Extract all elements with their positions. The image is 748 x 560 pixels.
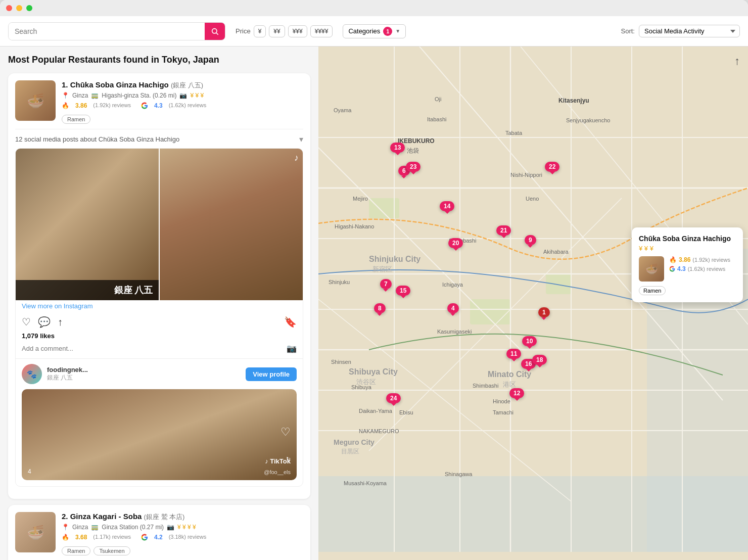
map-marker-24[interactable]: 24 xyxy=(386,393,401,403)
sort-wrapper: Sort: Social Media Activity Rating Dista… xyxy=(621,25,740,37)
map-marker-8[interactable]: 8 xyxy=(374,303,386,313)
popup-restaurant-name: Chūka Soba Ginza Hachigo xyxy=(639,235,736,243)
map-marker-21[interactable]: 21 xyxy=(496,225,511,236)
popup-info: 🍜 🔥 3.86 (1.92k) reviews xyxy=(639,256,736,282)
social-toggle-1[interactable]: 12 social media posts about Chūka Soba G… xyxy=(15,129,303,148)
minimize-btn[interactable] xyxy=(16,5,22,11)
popup-tabelog-reviews: (1.92k) reviews xyxy=(692,257,730,263)
restaurant-name-jp-2: (銀座 鷲 本店) xyxy=(144,513,185,521)
search-button[interactable] xyxy=(205,22,225,40)
user-avatar-1: 🐾 xyxy=(22,364,42,384)
tiktok-share-icon[interactable]: ↻ xyxy=(286,456,291,462)
instagram-post-1: 銀座 八五 ♪ View more on Instagram ♡ 💬 ↑ 🔖 xyxy=(15,148,303,487)
ig-likes-1: 1,079 likes xyxy=(16,332,303,342)
user-info-1: foodingnek... 銀座 八五 xyxy=(47,366,241,382)
maximize-btn[interactable] xyxy=(26,5,32,11)
tabelog-icon-2: 🔥 xyxy=(62,534,69,542)
restaurant-location-2: Ginza xyxy=(72,524,88,531)
map-marker-9[interactable]: 9 xyxy=(525,235,536,245)
instagram-icon: 📷 xyxy=(287,344,297,353)
tiktok-username-1: foodingnek... xyxy=(47,366,241,374)
rest-meta-2: 📍 Ginza 🚃 Ginza Station (0.27 mi) 📷 ¥ ¥ … xyxy=(62,524,303,531)
heart-icon[interactable]: ♡ xyxy=(22,316,31,328)
share-icon[interactable]: ↑ xyxy=(58,316,63,328)
map-panel[interactable]: Shinjuku City 新宿区 Shibuya City 渋谷区 Minat… xyxy=(318,46,748,560)
google-reviews-2: (3.18k) reviews xyxy=(169,534,207,542)
map-marker-15[interactable]: 15 xyxy=(396,286,410,296)
price-btn-3[interactable]: ¥¥¥ xyxy=(288,25,307,37)
chevron-down-icon-1: ▾ xyxy=(299,134,303,144)
tag-ramen-2[interactable]: Ramen xyxy=(62,546,90,555)
map-marker-12[interactable]: 12 xyxy=(509,388,524,398)
map-marker-18[interactable]: 18 xyxy=(532,355,547,365)
left-panel: Most Popular Restaurants found in Tokyo,… xyxy=(0,46,318,560)
rest-tags-1: Ramen xyxy=(62,115,303,124)
restaurant-title-2: Ginza Kagari - Soba xyxy=(70,512,142,521)
compass-icon: ↑ xyxy=(734,55,740,68)
ig-image-left-1: 銀座 八五 xyxy=(16,149,159,300)
popup-google-icon xyxy=(669,266,675,272)
categories-chevron-icon: ▼ xyxy=(395,28,400,34)
ig-comment-input[interactable] xyxy=(22,345,283,352)
map-marker-14[interactable]: 14 xyxy=(440,201,454,211)
tiktok-icon-1: ♪ xyxy=(294,153,299,163)
price-btn-2[interactable]: ¥¥ xyxy=(269,25,285,37)
price-label: Price xyxy=(236,27,251,35)
restaurant-station-2: Ginza Station (0.27 mi) xyxy=(102,524,164,531)
map-marker-20[interactable]: 20 xyxy=(448,238,463,248)
map-marker-7[interactable]: 7 xyxy=(380,279,392,289)
search-input[interactable] xyxy=(9,23,205,40)
tiktok-video-card-1: ♪ TikTok @foo__els 4 ♡ ↻ xyxy=(22,389,297,480)
sort-label: Sort: xyxy=(621,27,635,35)
map-marker-13[interactable]: 13 xyxy=(390,143,405,153)
sort-select[interactable]: Social Media Activity Rating Distance Re… xyxy=(639,25,740,37)
map-marker-10[interactable]: 10 xyxy=(522,336,537,346)
instagram-view-more-link[interactable]: View more on Instagram xyxy=(16,300,303,312)
restaurant-rank-2: 2. xyxy=(62,512,68,521)
rest-info-2: 2. Ginza Kagari - Soba (銀座 鷲 本店) 📍 Ginza… xyxy=(62,512,303,555)
map-marker-11[interactable]: 11 xyxy=(506,349,521,359)
restaurant-card-2: 🍜 2. Ginza Kagari - Soba (銀座 鷲 本店) 📍 Gin… xyxy=(8,505,310,560)
social-section-1: 12 social media posts about Chūka Soba G… xyxy=(15,129,303,487)
ig-image-right-1: ♪ xyxy=(160,149,303,300)
bookmark-icon[interactable]: 🔖 xyxy=(284,316,297,328)
popup-ratings: 🔥 3.86 (1.92k) reviews 4.3 xyxy=(669,256,730,282)
price-btn-4[interactable]: ¥¥¥¥ xyxy=(310,25,333,37)
map-marker-22[interactable]: 22 xyxy=(545,162,559,172)
tag-ramen-1[interactable]: Ramen xyxy=(62,115,90,124)
map-popup: Chūka Soba Ginza Hachigo ¥ ¥ ¥ 🍜 🔥 3.86 … xyxy=(632,227,743,302)
tabelog-rating-2: 3.68 xyxy=(75,534,87,542)
rest-tags-2: Ramen Tsukemen xyxy=(62,546,303,555)
popup-price: ¥ ¥ ¥ xyxy=(639,245,736,252)
titlebar xyxy=(0,0,748,16)
popup-thumbnail: 🍜 xyxy=(639,256,664,282)
tiktok-at-user: @foo__els xyxy=(264,469,291,475)
comment-icon[interactable]: 💬 xyxy=(38,316,51,328)
restaurant-name-1: 1. Chūka Soba Ginza Hachigo (銀座 八五) xyxy=(62,80,303,90)
popup-tag[interactable]: Ramen xyxy=(639,286,666,295)
tiktok-user-sub-1: 銀座 八五 xyxy=(47,374,241,382)
categories-button[interactable]: Categories 1 ▼ xyxy=(343,24,406,38)
svg-line-21 xyxy=(318,148,521,350)
restaurant-thumbnail-2: 🍜 xyxy=(15,512,56,552)
close-btn[interactable] xyxy=(6,5,12,11)
map-marker-23[interactable]: 23 xyxy=(406,162,420,172)
map-marker-4[interactable]: 4 xyxy=(447,303,459,313)
tag-tsukemen-2[interactable]: Tsukemen xyxy=(93,546,130,555)
main-content: Most Popular Restaurants found in Tokyo,… xyxy=(0,46,748,560)
price-btn-1[interactable]: ¥ xyxy=(254,25,266,37)
search-wrapper xyxy=(8,22,225,40)
app-window: Price ¥ ¥¥ ¥¥¥ ¥¥¥¥ Categories 1 ▼ Sort:… xyxy=(0,0,748,560)
view-profile-button-1[interactable]: View profile xyxy=(246,367,297,381)
tiktok-heart-icon[interactable]: ♡ xyxy=(280,426,291,439)
popup-google-value: 4.3 xyxy=(677,265,686,272)
train-icon-1: 🚃 xyxy=(91,92,99,99)
google-icon-1 xyxy=(141,102,148,111)
google-logo-1 xyxy=(141,102,148,109)
tabelog-rating-1: 3.86 xyxy=(75,102,87,111)
popup-tabelog-rating: 🔥 3.86 (1.92k) reviews xyxy=(669,256,730,263)
ig-overlay-text-1: 銀座 八五 xyxy=(16,280,159,300)
popup-tabelog-icon: 🔥 xyxy=(669,256,677,263)
map-marker-1[interactable]: 1 xyxy=(538,307,550,317)
train-icon-2: 🚃 xyxy=(91,524,99,531)
